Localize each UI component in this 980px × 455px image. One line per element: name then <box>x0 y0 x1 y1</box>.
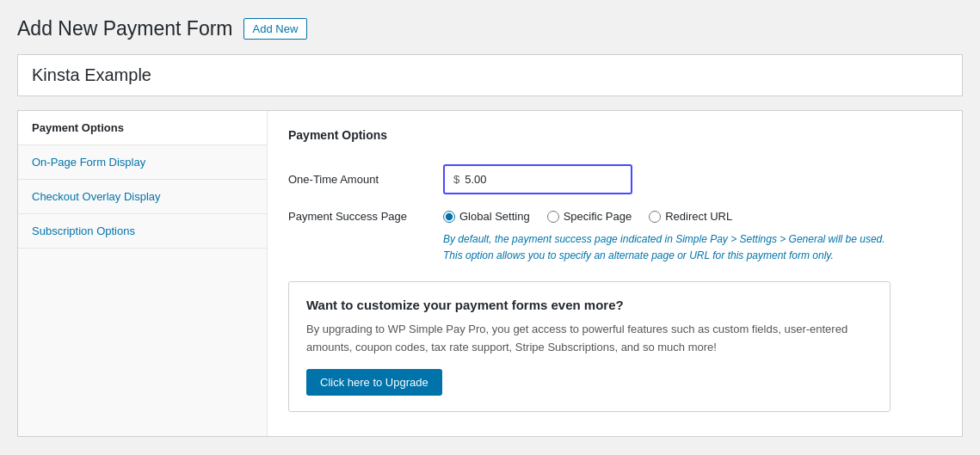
radio-specific-page[interactable]: Specific Page <box>547 210 632 223</box>
sidebar-item-subscription-options[interactable]: Subscription Options <box>18 214 267 249</box>
amount-input[interactable] <box>465 173 533 186</box>
page-header: Add New Payment Form Add New <box>17 17 963 40</box>
upgrade-button[interactable]: Click here to Upgrade <box>306 369 442 396</box>
sidebar-item-payment-options[interactable]: Payment Options <box>18 111 267 145</box>
one-time-amount-label: One-Time Amount <box>288 173 443 186</box>
payment-success-page-row: Payment Success Page Global Setting Spec… <box>288 210 941 223</box>
one-time-amount-row: One-Time Amount $ <box>288 164 941 194</box>
radio-global-setting[interactable]: Global Setting <box>443 210 530 223</box>
one-time-amount-box: $ <box>443 164 632 194</box>
section-title: Payment Options <box>288 128 941 149</box>
main-content: Payment Options One-Time Amount $ Paymen… <box>268 111 962 436</box>
sidebar: Payment Options On-Page Form Display Che… <box>18 111 268 436</box>
radio-redirect-url[interactable]: Redirect URL <box>649 210 732 223</box>
page-title: Add New Payment Form <box>17 17 233 40</box>
form-name: Kinsta Example <box>32 65 151 84</box>
currency-symbol: $ <box>453 173 459 186</box>
sidebar-item-on-page-form-display[interactable]: On-Page Form Display <box>18 145 267 180</box>
upgrade-description: By upgrading to WP Simple Pay Pro, you g… <box>306 321 872 357</box>
payment-success-label: Payment Success Page <box>288 210 443 223</box>
form-body: Payment Options On-Page Form Display Che… <box>17 110 963 437</box>
upgrade-title: Want to customize your payment forms eve… <box>306 298 872 312</box>
upgrade-box: Want to customize your payment forms eve… <box>288 281 891 412</box>
help-text: By default, the payment success page ind… <box>443 231 941 264</box>
add-new-button[interactable]: Add New <box>243 18 308 40</box>
sidebar-item-checkout-overlay-display[interactable]: Checkout Overlay Display <box>18 180 267 214</box>
radio-group: Global Setting Specific Page Redirect UR… <box>443 210 732 223</box>
form-title-bar: Kinsta Example <box>17 54 963 96</box>
